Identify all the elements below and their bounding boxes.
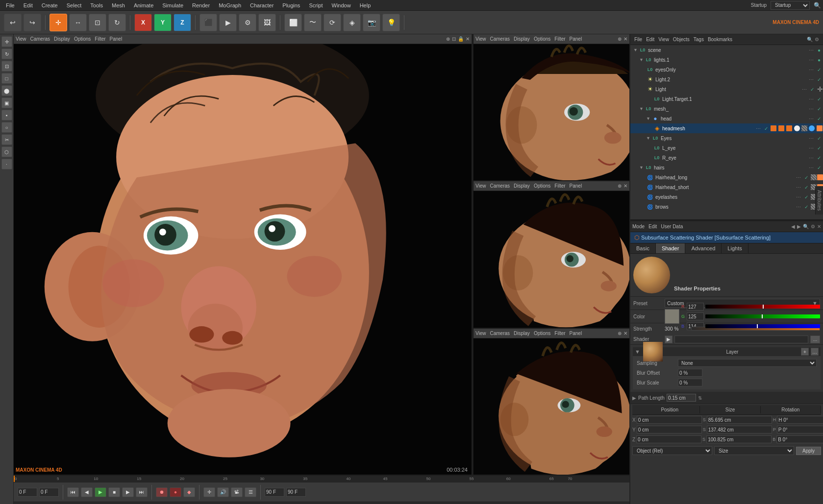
lt-points[interactable]: · bbox=[1, 159, 12, 169]
psr-x-size[interactable] bbox=[707, 416, 772, 424]
obj-row-eyesonly[interactable]: L0 eyesOnly ⋯ ✓ bbox=[630, 65, 823, 74]
attr-tab-basic[interactable]: Basic bbox=[630, 243, 656, 253]
obj-settings-icon[interactable]: ⚙ bbox=[815, 37, 819, 42]
attr-nav-right[interactable]: ▶ bbox=[797, 224, 801, 229]
br-vp-icon-1[interactable]: ⊕ bbox=[618, 331, 622, 336]
psr-x-rot[interactable] bbox=[777, 416, 823, 424]
attr-nav-left[interactable]: ◀ bbox=[791, 224, 795, 229]
render-to-picture-btn[interactable]: 🖼 bbox=[258, 14, 276, 31]
menu-render[interactable]: Render bbox=[188, 1, 214, 9]
tr-vp-options[interactable]: Options bbox=[534, 36, 550, 42]
vp-cameras[interactable]: Cameras bbox=[30, 36, 50, 42]
obj-row-mesh[interactable]: ▼ L0 mesh_ ⋯ ✓ bbox=[630, 104, 823, 114]
vp-view[interactable]: View bbox=[16, 36, 26, 42]
end-frame-input[interactable] bbox=[265, 488, 284, 497]
menu-tools[interactable]: Tools bbox=[86, 1, 107, 9]
render-settings-btn[interactable]: ⚙ bbox=[239, 14, 256, 31]
attr-edit[interactable]: Edit bbox=[648, 224, 657, 229]
path-length-arrows[interactable]: ⇅ bbox=[698, 395, 702, 401]
mr-vp-view[interactable]: View bbox=[475, 183, 486, 189]
color-g-input[interactable] bbox=[687, 312, 704, 320]
y-transform-btn[interactable]: Y bbox=[154, 14, 172, 31]
vp-icon-x[interactable]: ✕ bbox=[466, 36, 470, 42]
menu-animate[interactable]: Animate bbox=[130, 1, 157, 9]
lt-rotate[interactable]: ↻ bbox=[1, 48, 12, 59]
go-end-btn[interactable]: ⏭ bbox=[136, 487, 148, 497]
br-vp-filter[interactable]: Filter bbox=[554, 331, 565, 336]
obj-row-hairs[interactable]: ▼ L0 hairs ⋯ ✓ bbox=[630, 163, 823, 172]
obj-row-reye[interactable]: L0 R_eye ⋯ ✓ bbox=[630, 153, 823, 163]
start-frame-input[interactable] bbox=[18, 488, 37, 497]
menu-help[interactable]: Help bbox=[356, 1, 375, 9]
tr-vp-icon-x[interactable]: ✕ bbox=[623, 36, 627, 42]
psr-z-pos[interactable] bbox=[636, 435, 701, 443]
key-btn[interactable]: ◆ bbox=[183, 487, 195, 497]
vp-panel[interactable]: Panel bbox=[110, 36, 123, 42]
max-frame-input[interactable] bbox=[286, 488, 306, 497]
spline-btn[interactable]: 〜 bbox=[304, 14, 322, 31]
menu-file[interactable]: File bbox=[2, 1, 19, 9]
obj-row-eyelashes[interactable]: 🌀 eyelashes ⋯ ✓ bbox=[630, 192, 823, 202]
obj-bookmarks[interactable]: Bookmarks bbox=[708, 37, 732, 42]
next-frame-btn[interactable]: ▶ bbox=[122, 487, 134, 497]
obj-row-lighttarget[interactable]: L0 Light.Target.1 ⋯ ✓ bbox=[630, 94, 823, 104]
mr-vp-display[interactable]: Display bbox=[514, 183, 530, 189]
menu-create[interactable]: Create bbox=[38, 1, 62, 9]
apply-button[interactable]: Apply bbox=[796, 447, 821, 455]
menu-mograph[interactable]: MoGraph bbox=[215, 1, 245, 9]
psr-y-size[interactable] bbox=[707, 426, 772, 433]
scale-tool-btn[interactable]: ⊡ bbox=[89, 14, 106, 31]
menu-mesh[interactable]: Mesh bbox=[108, 1, 129, 9]
render-region-btn[interactable]: ⬛ bbox=[200, 14, 217, 31]
vp-options[interactable]: Options bbox=[74, 36, 91, 42]
mr-viewport-canvas[interactable] bbox=[474, 191, 629, 327]
attr-settings[interactable]: ⚙ bbox=[811, 224, 815, 229]
obj-row-brows[interactable]: 🌀 brows ⋯ ✓ bbox=[630, 202, 823, 212]
menu-script[interactable]: Script bbox=[305, 1, 326, 9]
go-start-btn[interactable]: ⏮ bbox=[67, 487, 79, 497]
obj-row-hairshort[interactable]: 🌀 Hairhead_short ⋯ ✓ bbox=[630, 182, 823, 192]
obj-row-light[interactable]: ☀ Light ⋯ ✓ ✛ bbox=[630, 84, 823, 94]
obj-row-hairlong[interactable]: 🌀 Hairhead_long ⋯ ✓ bbox=[630, 172, 823, 182]
attr-tab-lights[interactable]: Lights bbox=[722, 243, 748, 253]
z-transform-btn[interactable]: Z bbox=[174, 14, 191, 31]
br-vp-cameras[interactable]: Cameras bbox=[490, 331, 510, 336]
tr-vp-panel[interactable]: Panel bbox=[570, 36, 582, 42]
br-vp-panel[interactable]: Panel bbox=[570, 331, 582, 336]
x-transform-btn[interactable]: X bbox=[134, 14, 152, 31]
psr-y-pos[interactable] bbox=[637, 426, 702, 433]
attr-tab-shader[interactable]: Shader bbox=[656, 243, 685, 253]
tr-viewport-canvas[interactable] bbox=[474, 44, 629, 180]
move-key-btn[interactable]: ✛ bbox=[203, 487, 215, 497]
undo-btn[interactable]: ↩ bbox=[4, 14, 22, 31]
menu-plugins[interactable]: Plugins bbox=[278, 1, 304, 9]
obj-row-eyes[interactable]: ▼ L0 Eyes ⋯ ✓ bbox=[630, 133, 823, 143]
attr-close[interactable]: ✕ bbox=[817, 224, 821, 229]
br-viewport-canvas[interactable] bbox=[474, 338, 629, 475]
render-view-btn[interactable]: ▶ bbox=[219, 14, 237, 31]
lt-move[interactable]: ✛ bbox=[1, 36, 12, 47]
mr-vp-icon-1[interactable]: ⊕ bbox=[618, 183, 622, 189]
br-vp-icon-x[interactable]: ✕ bbox=[623, 331, 627, 336]
shader-add-btn[interactable]: ▶ bbox=[665, 336, 673, 343]
mr-vp-icon-x[interactable]: ✕ bbox=[623, 183, 627, 189]
obj-row-leye[interactable]: L0 L_eye ⋯ ✓ bbox=[630, 143, 823, 153]
play-sound-btn[interactable]: 🔊 bbox=[217, 487, 229, 497]
main-viewport-canvas[interactable]: MAXON CINEMA 4D 00:03:24 bbox=[14, 44, 472, 475]
br-vp-options[interactable]: Options bbox=[534, 331, 550, 336]
lt-knife[interactable]: ✂ bbox=[1, 134, 12, 145]
sampling-dropdown[interactable]: None bbox=[678, 359, 817, 367]
move-tool-btn[interactable]: ↔ bbox=[69, 14, 87, 31]
light-btn[interactable]: 💡 bbox=[382, 14, 400, 31]
timeline-options-btn[interactable]: ☰ bbox=[245, 487, 256, 497]
obj-view[interactable]: View bbox=[658, 37, 669, 42]
rotate-tool-btn[interactable]: ↻ bbox=[108, 14, 126, 31]
lt-extrude[interactable]: ⬡ bbox=[1, 146, 12, 157]
menu-window[interactable]: Window bbox=[328, 1, 355, 9]
lt-live[interactable]: ⬤ bbox=[1, 85, 12, 96]
obj-objects[interactable]: Objects bbox=[673, 37, 690, 42]
path-length-toggle[interactable]: ▶ bbox=[632, 395, 636, 401]
obj-row-headmesh[interactable]: ◈ headmesh ⋯ ✓ bbox=[630, 123, 823, 133]
stop-btn[interactable]: ■ bbox=[108, 487, 120, 497]
lt-box[interactable]: □ bbox=[1, 73, 12, 84]
